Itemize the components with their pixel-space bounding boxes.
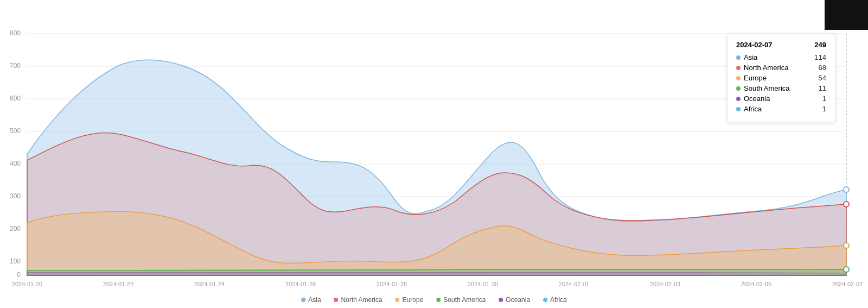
- svg-text:2024-02-03: 2024-02-03: [650, 281, 680, 287]
- tooltip-total: 249: [814, 41, 826, 49]
- tooltip-dot: [736, 55, 741, 60]
- svg-text:2024-02-01: 2024-02-01: [559, 281, 589, 287]
- svg-point-19: [844, 187, 849, 192]
- svg-text:600: 600: [10, 95, 21, 102]
- tooltip-label: Europe: [744, 74, 767, 82]
- legend-dot: [436, 298, 441, 302]
- legend-dot: [301, 298, 305, 302]
- tooltip-dot: [736, 76, 741, 80]
- legend-item: South America: [436, 296, 486, 304]
- svg-text:100: 100: [10, 257, 21, 265]
- svg-text:2024-02-07: 2024-02-07: [832, 281, 863, 287]
- tooltip-row-left: Oceania: [736, 95, 770, 103]
- tooltip-row: Oceania 1: [736, 95, 826, 103]
- legend-item: Europe: [395, 296, 424, 304]
- chart-legend: Asia North America Europe South America …: [301, 296, 567, 304]
- legend-label: Europe: [403, 296, 424, 304]
- svg-point-22: [844, 267, 849, 272]
- legend-item: Oceania: [499, 296, 530, 304]
- tooltip-row: Asia 114: [736, 53, 826, 61]
- legend-item: Africa: [543, 296, 567, 304]
- svg-text:700: 700: [10, 62, 21, 70]
- tooltip-row-left: Asia: [736, 53, 757, 61]
- tooltip-row-left: Africa: [736, 105, 762, 113]
- tooltip-label: Oceania: [744, 95, 770, 103]
- svg-text:2024-01-30: 2024-01-30: [468, 281, 498, 287]
- legend-item: North America: [334, 296, 382, 304]
- svg-text:2024-01-24: 2024-01-24: [194, 281, 225, 287]
- svg-point-21: [844, 243, 849, 248]
- tooltip-value: 68: [813, 64, 826, 72]
- tooltip-row-left: Europe: [736, 74, 767, 82]
- tooltip-row-left: South America: [736, 84, 790, 92]
- tooltip-dot: [736, 66, 741, 70]
- legend-label: Oceania: [506, 296, 530, 304]
- svg-text:400: 400: [10, 160, 21, 167]
- tooltip-value: 114: [813, 53, 826, 61]
- tooltip-label: North America: [744, 64, 788, 72]
- chart-container: 800 700 600 500 400 300 200 100 0: [0, 0, 868, 308]
- tooltip-value: 1: [813, 105, 826, 113]
- svg-text:500: 500: [10, 127, 21, 135]
- svg-text:2024-01-20: 2024-01-20: [12, 281, 42, 287]
- legend-label: South America: [443, 296, 486, 304]
- tooltip-value: 11: [813, 84, 826, 92]
- tooltip-label: South America: [744, 84, 790, 92]
- legend-label: Africa: [550, 296, 567, 304]
- tooltip-dot: [736, 107, 741, 111]
- tooltip-box: 2024-02-07 249 Asia 114 North America 68…: [727, 34, 835, 122]
- svg-text:0: 0: [17, 271, 21, 279]
- legend-item: Asia: [301, 296, 321, 304]
- tooltip-dot: [736, 97, 741, 101]
- tooltip-label: Africa: [744, 105, 762, 113]
- svg-text:800: 800: [10, 29, 21, 37]
- tooltip-value: 54: [813, 74, 826, 82]
- svg-text:2024-01-28: 2024-01-28: [376, 281, 407, 287]
- svg-text:2024-01-26: 2024-01-26: [285, 281, 316, 287]
- tooltip-row: Europe 54: [736, 74, 826, 82]
- tooltip-value: 1: [813, 95, 826, 103]
- legend-label: North America: [341, 296, 382, 304]
- legend-dot: [499, 298, 503, 302]
- svg-text:2024-02-05: 2024-02-05: [741, 281, 771, 287]
- tooltip-row: North America 68: [736, 64, 826, 72]
- svg-text:300: 300: [10, 192, 21, 200]
- tooltip-row-left: North America: [736, 64, 788, 72]
- legend-dot: [334, 298, 339, 302]
- svg-text:200: 200: [10, 225, 21, 232]
- tooltip-row: Africa 1: [736, 105, 826, 113]
- svg-text:2024-01-22: 2024-01-22: [103, 281, 133, 287]
- tooltip-dot: [736, 86, 741, 91]
- tooltip-row: South America 11: [736, 84, 826, 92]
- tooltip-date: 2024-02-07: [736, 41, 773, 49]
- legend-label: Asia: [308, 296, 321, 304]
- svg-point-20: [844, 202, 849, 207]
- legend-dot: [395, 298, 400, 302]
- tooltip-header: 2024-02-07 249: [736, 41, 826, 49]
- legend-dot: [543, 298, 547, 302]
- tooltip-label: Asia: [744, 53, 757, 61]
